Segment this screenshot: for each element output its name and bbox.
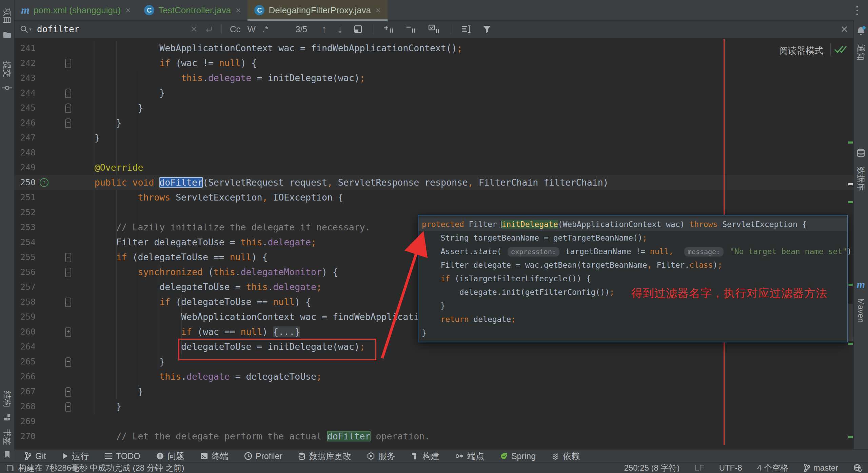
line-number[interactable]: 268 <box>14 399 36 414</box>
popup-code-line[interactable]: } <box>418 326 847 340</box>
line-number[interactable]: 241 <box>14 41 36 56</box>
tab-testcontroller[interactable]: CTestController.java× <box>137 0 248 20</box>
line-number[interactable]: 264 <box>14 339 36 354</box>
status-line-ending[interactable]: LF <box>695 463 704 473</box>
code-text[interactable]: } <box>73 115 854 130</box>
search-icon[interactable] <box>20 25 28 34</box>
remove-selection-icon[interactable] <box>406 24 417 34</box>
filter-icon[interactable] <box>482 24 492 34</box>
line-number[interactable]: 270 <box>14 429 36 444</box>
error-stripe[interactable] <box>847 38 854 449</box>
stripe-match-mark[interactable] <box>848 284 853 286</box>
popup-code-line[interactable]: protected Filter initDelegate(WebApplica… <box>418 217 847 231</box>
code-text[interactable]: } <box>73 399 854 414</box>
maven-icon[interactable]: m <box>854 279 868 290</box>
select-all-occurrences-icon[interactable] <box>428 24 440 34</box>
bookmark-icon[interactable] <box>0 451 14 459</box>
add-selection-icon[interactable] <box>383 24 395 34</box>
popup-code-line[interactable]: Filter delegate = wac.getBean(targetBean… <box>418 258 847 272</box>
structure-icon[interactable] <box>0 413 14 421</box>
folder-icon[interactable] <box>0 31 14 39</box>
status-encoding[interactable]: UTF-8 <box>719 463 742 473</box>
reader-mode-hint[interactable]: 阅读器模式 <box>779 45 823 57</box>
fold-icon[interactable]: − <box>65 103 71 113</box>
toolbar-item-run[interactable]: 运行 <box>62 451 89 462</box>
toolbar-item-profiler[interactable]: Profiler <box>244 451 282 461</box>
line-number[interactable]: 253 <box>14 220 36 235</box>
code-text[interactable] <box>73 145 854 160</box>
build-window-icon[interactable] <box>6 464 14 472</box>
search-options-icon[interactable] <box>461 24 471 34</box>
line-number[interactable]: 257 <box>14 280 36 295</box>
stripe-match-mark[interactable] <box>848 201 853 203</box>
tab-close-icon[interactable]: × <box>125 5 131 16</box>
code-line[interactable]: 241 WebApplicationContext wac = findWebA… <box>14 41 854 56</box>
code-line[interactable]: 269 <box>14 414 854 429</box>
scrollbar-thumb[interactable] <box>848 304 854 341</box>
match-case-toggle[interactable]: Cc <box>226 23 244 35</box>
unfold-icon[interactable]: + <box>65 327 71 337</box>
line-number[interactable]: 243 <box>14 71 36 86</box>
code-line[interactable]: 250↑ public void doFilter(ServletRequest… <box>14 175 854 190</box>
stripe-match-mark[interactable] <box>848 436 853 438</box>
fold-icon[interactable]: − <box>65 298 71 307</box>
stripe-match-mark[interactable] <box>848 343 853 345</box>
code-text[interactable]: this.delegate = delegateToUse; <box>73 369 854 384</box>
line-number[interactable]: 265 <box>14 354 36 369</box>
overrides-method-icon[interactable]: ↑ <box>40 178 48 187</box>
code-line[interactable]: 244− } <box>14 86 854 100</box>
status-git-branch[interactable]: master <box>803 463 838 473</box>
code-text[interactable]: public void doFilter(ServletRequest requ… <box>73 175 854 190</box>
code-line[interactable]: 251 throws ServletException, IOException… <box>14 190 854 205</box>
fold-icon[interactable]: − <box>65 253 71 262</box>
code-line[interactable]: 249 @Override <box>14 160 854 175</box>
popup-code-line[interactable]: } <box>418 299 847 313</box>
bell-icon[interactable] <box>854 26 868 36</box>
toolbar-item-build[interactable]: 构建 <box>411 451 439 462</box>
open-in-find-window-icon[interactable] <box>353 24 363 34</box>
code-line[interactable]: 243 this.delegate = initDelegate(wac); <box>14 71 854 86</box>
code-text[interactable]: if (wac != null) { <box>73 56 854 71</box>
code-line[interactable]: 268− } <box>14 399 854 414</box>
next-occurrence-icon[interactable]: ↓ <box>337 23 342 35</box>
status-proxy-settings-icon[interactable] <box>853 463 862 472</box>
tab-pom-xml[interactable]: mpom.xml (shangguigu)× <box>14 0 137 20</box>
toolbar-item-spring[interactable]: Spring <box>500 451 536 461</box>
fold-icon[interactable]: − <box>65 402 71 412</box>
fold-icon[interactable]: − <box>65 268 71 277</box>
code-text[interactable]: } <box>73 100 854 115</box>
line-number[interactable]: 267 <box>14 384 36 399</box>
close-find-bar-icon[interactable]: ✕ <box>841 24 848 35</box>
fold-icon[interactable]: − <box>65 59 71 68</box>
tool-strip-project[interactable]: 项目 <box>0 6 14 26</box>
code-text[interactable]: throws ServletException, IOException { <box>73 190 854 205</box>
line-number[interactable]: 251 <box>14 190 36 205</box>
line-number[interactable]: 249 <box>14 160 36 175</box>
database-icon[interactable] <box>854 148 868 158</box>
line-number[interactable]: 242 <box>14 56 36 71</box>
fold-icon[interactable]: − <box>65 89 71 98</box>
line-number[interactable]: 250 <box>14 175 36 190</box>
line-number[interactable]: 256 <box>14 265 36 280</box>
code-line[interactable]: 270 // Let the delegate perform the actu… <box>14 429 854 444</box>
line-number[interactable]: 247 <box>14 130 36 145</box>
line-number[interactable]: 266 <box>14 369 36 384</box>
toolbar-item-endpoints[interactable]: 端点 <box>455 451 484 462</box>
tab-close-icon[interactable]: × <box>236 5 241 16</box>
popup-code-line[interactable]: if (isTargetFilterLifecycle()) { <box>418 272 847 285</box>
line-number[interactable]: 244 <box>14 86 36 100</box>
clear-search-icon[interactable]: ✕ <box>190 24 198 35</box>
toolbar-item-todo[interactable]: TODO <box>104 451 140 461</box>
tool-strip-bookmarks[interactable]: 书签 <box>0 427 14 447</box>
tool-strip-database[interactable]: 数据库 <box>854 164 868 194</box>
build-status-message[interactable]: 构建在 7秒286毫秒 中成功完成 (28 分钟 之前) <box>18 462 184 473</box>
code-line[interactable]: 267− } <box>14 384 854 399</box>
previous-occurrence-icon[interactable]: ↑ <box>321 23 327 35</box>
tool-strip-commit[interactable]: 提交 <box>0 59 14 79</box>
tab-close-icon[interactable]: × <box>376 5 381 16</box>
line-number[interactable]: 255 <box>14 250 36 265</box>
code-line[interactable]: 247 } <box>14 130 854 145</box>
tool-strip-structure[interactable]: 结构 <box>0 389 14 409</box>
toolbar-item-terminal[interactable]: 终端 <box>200 451 229 462</box>
line-number[interactable]: 246 <box>14 115 36 130</box>
